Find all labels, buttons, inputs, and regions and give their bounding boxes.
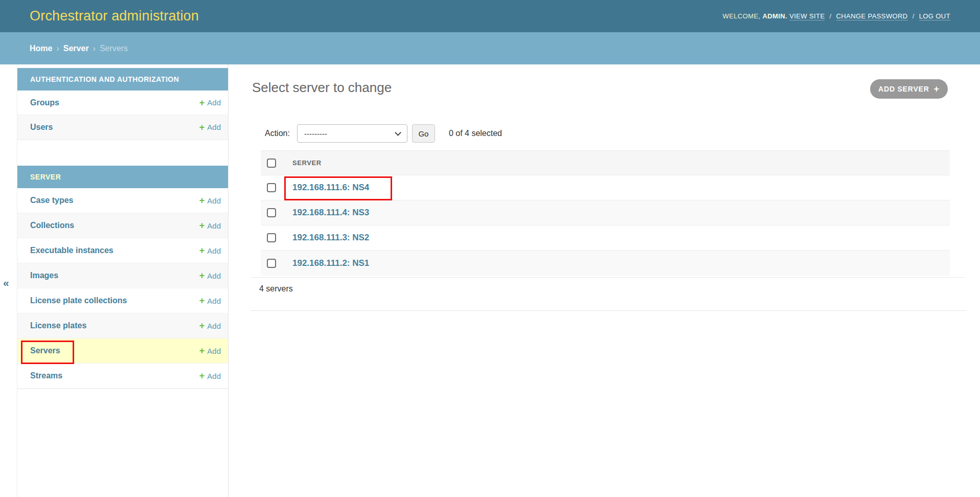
link-separator: / (913, 12, 915, 20)
sidebar-item-images: Images + Add (17, 263, 228, 288)
license-plate-collections-link[interactable]: License plate collections (30, 296, 127, 305)
case-types-add-link[interactable]: + Add (199, 196, 221, 205)
row-checkbox[interactable] (267, 208, 276, 217)
server-link-ns1[interactable]: 192.168.111.2: NS1 (292, 258, 369, 268)
plus-icon: + (199, 321, 205, 330)
add-label: Add (207, 297, 221, 305)
go-button[interactable]: Go (412, 124, 435, 143)
plus-icon: + (199, 221, 205, 230)
sidebar-item-case-types: Case types + Add (17, 188, 228, 213)
groups-add-link[interactable]: + Add (199, 98, 221, 107)
executable-instances-add-link[interactable]: + Add (199, 246, 221, 255)
page-title: Select server to change (252, 80, 392, 96)
results-divider (250, 277, 965, 278)
server-link-ns2[interactable]: 192.168.111.3: NS2 (292, 233, 369, 243)
add-label: Add (207, 246, 221, 255)
executable-instances-link[interactable]: Executable instances (30, 246, 113, 255)
breadcrumb-server[interactable]: Server (63, 44, 89, 53)
nav-sidebar: AUTHENTICATION AND AUTHORIZATION Groups … (17, 64, 229, 497)
row-checkbox[interactable] (267, 183, 276, 192)
plus-icon: + (199, 271, 205, 280)
welcome-text: WELCOME, (723, 12, 761, 20)
table-header-row: SERVER (261, 150, 950, 175)
module-auth: AUTHENTICATION AND AUTHORIZATION Groups … (17, 68, 228, 140)
table-row: 192.168.111.3: NS2 (261, 225, 950, 251)
add-label: Add (207, 372, 221, 380)
table-row: 192.168.111.4: NS3 (261, 200, 950, 225)
license-plates-add-link[interactable]: + Add (199, 321, 221, 330)
plus-icon: + (199, 123, 205, 132)
groups-link[interactable]: Groups (30, 98, 59, 107)
user-tools: WELCOME, ADMIN. VIEW SITE / CHANGE PASSW… (723, 12, 951, 20)
section-caption-auth[interactable]: AUTHENTICATION AND AUTHORIZATION (17, 68, 228, 91)
add-label: Add (207, 272, 221, 280)
server-link-ns4[interactable]: 192.168.111.6: NS4 (292, 183, 369, 193)
add-label: Add (207, 98, 221, 107)
log-out-link[interactable]: LOG OUT (919, 12, 950, 20)
server-table: SERVER 192.168.111.6: NS4 192.168.111.4:… (261, 150, 950, 276)
chevron-down-icon (395, 129, 401, 136)
server-link-ns3[interactable]: 192.168.111.4: NS3 (292, 208, 369, 218)
add-label: Add (207, 322, 221, 330)
module-server: SERVER Case types + Add Collections + Ad… (17, 166, 228, 389)
selection-status: 0 of 4 selected (449, 129, 502, 138)
add-label: Add (207, 196, 221, 205)
plus-icon: + (199, 371, 205, 380)
users-add-link[interactable]: + Add (199, 123, 221, 132)
app-header: Orchestrator administration WELCOME, ADM… (0, 0, 980, 32)
action-select[interactable]: --------- (297, 124, 407, 143)
action-select-value: --------- (304, 129, 327, 138)
servers-add-link[interactable]: + Add (199, 346, 221, 355)
breadcrumb-separator: › (56, 44, 59, 53)
username: ADMIN. (763, 12, 788, 20)
section-caption-server[interactable]: SERVER (17, 166, 228, 188)
servers-link[interactable]: Servers (30, 346, 60, 355)
sidebar-collapse-icon[interactable]: « (3, 277, 9, 288)
actions-bar: Action: --------- Go 0 of 4 selected (265, 124, 502, 143)
plus-icon: + (199, 246, 205, 255)
sidebar-item-streams: Streams + Add (17, 364, 228, 389)
users-link[interactable]: Users (30, 123, 53, 132)
table-row: 192.168.111.2: NS1 (261, 251, 950, 276)
plus-icon: + (199, 296, 205, 305)
sidebar-item-users: Users + Add (17, 115, 228, 140)
server-count: 4 servers (259, 284, 293, 293)
add-label: Add (207, 347, 221, 355)
content-divider (250, 310, 966, 311)
plus-icon: + (199, 196, 205, 205)
table-row: 192.168.111.6: NS4 (261, 175, 950, 200)
sidebar-item-collections: Collections + Add (17, 213, 228, 238)
license-plate-collections-add-link[interactable]: + Add (199, 296, 221, 305)
breadcrumb-separator: › (93, 44, 96, 53)
add-label: Add (207, 221, 221, 230)
sidebar-item-groups: Groups + Add (17, 91, 228, 115)
row-checkbox[interactable] (267, 259, 276, 268)
link-separator: / (830, 12, 832, 20)
streams-add-link[interactable]: + Add (199, 371, 221, 380)
breadcrumb-current: Servers (100, 44, 128, 53)
case-types-link[interactable]: Case types (30, 196, 74, 205)
action-label: Action: (265, 129, 290, 138)
sidebar-item-servers: Servers + Add (17, 338, 228, 364)
streams-link[interactable]: Streams (30, 371, 62, 380)
plus-icon: + (199, 346, 205, 355)
plus-icon: + (199, 98, 205, 107)
sidebar-item-license-plates: License plates + Add (17, 313, 228, 338)
site-title[interactable]: Orchestrator administration (30, 8, 199, 24)
sidebar-item-executable-instances: Executable instances + Add (17, 238, 228, 263)
add-server-button[interactable]: ADD SERVER + (870, 79, 948, 99)
select-all-checkbox[interactable] (267, 159, 276, 168)
view-site-link[interactable]: VIEW SITE (789, 12, 825, 20)
breadcrumb: Home › Server › Servers (0, 32, 980, 64)
collections-link[interactable]: Collections (30, 221, 74, 230)
collections-add-link[interactable]: + Add (199, 221, 221, 230)
change-password-link[interactable]: CHANGE PASSWORD (836, 12, 908, 20)
sidebar-item-license-plate-collections: License plate collections + Add (17, 288, 228, 313)
images-add-link[interactable]: + Add (199, 271, 221, 280)
column-header-server[interactable]: SERVER (292, 159, 322, 167)
breadcrumb-home[interactable]: Home (30, 44, 52, 53)
images-link[interactable]: Images (30, 271, 58, 280)
plus-icon: + (934, 84, 940, 94)
row-checkbox[interactable] (267, 233, 276, 242)
license-plates-link[interactable]: License plates (30, 321, 86, 330)
